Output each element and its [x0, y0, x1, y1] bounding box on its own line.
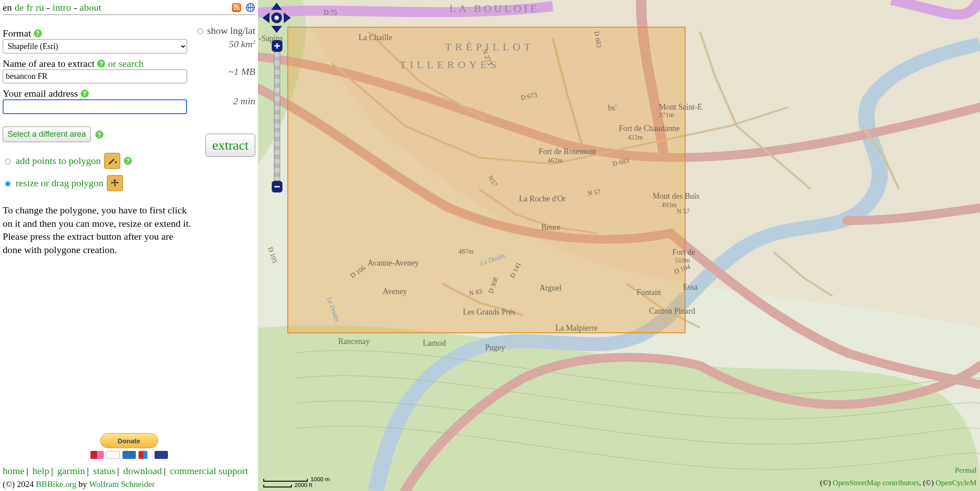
help-icon[interactable]: ? — [95, 131, 103, 139]
area-label: Name of area to extract — [3, 58, 94, 70]
zoom-slider[interactable] — [274, 52, 280, 181]
garmin-link[interactable]: garmin — [57, 465, 85, 476]
lang-de-link[interactable]: de — [15, 2, 24, 13]
place-label: LA BOULOIE — [449, 3, 539, 15]
copyright: (©) 2024 BBBike.org by Wolfram Schneider — [3, 477, 255, 489]
permalink-link[interactable]: Permal — [955, 466, 976, 475]
home-link[interactable]: home — [3, 465, 24, 476]
svg-point-4 — [274, 16, 279, 20]
place-label: Canton Pinard — [649, 307, 695, 316]
scalebar: 1000 m 2000 ft — [263, 476, 330, 488]
bbbike-link[interactable]: BBBike.org — [36, 479, 77, 489]
map-background — [258, 0, 980, 491]
time-estimate: 2 min — [193, 95, 255, 107]
status-link[interactable]: status — [93, 465, 115, 476]
pan-control[interactable] — [262, 3, 291, 43]
place-label: TRÉPILLOT — [445, 41, 534, 53]
zoom-in-button[interactable] — [272, 40, 282, 52]
download-link[interactable]: download — [123, 465, 162, 476]
help-icon[interactable]: ? — [124, 157, 132, 165]
place-label: Essa — [683, 282, 698, 292]
add-points-link[interactable]: add points to polygon — [16, 155, 101, 167]
elev-label: 487m — [458, 248, 474, 255]
author-link[interactable]: Wolfram Schneider — [89, 479, 155, 489]
place-label: La Chaille — [359, 33, 392, 42]
place-label: Fort de — [672, 248, 695, 257]
size-estimate: ~1 MB — [193, 66, 255, 78]
help-icon[interactable]: ? — [97, 60, 105, 68]
help-link[interactable]: help — [33, 465, 49, 476]
place-label: Beure — [541, 223, 560, 232]
or-search-link[interactable]: or search — [108, 58, 143, 70]
footer-links: home| help| garmin| status| download| co… — [3, 462, 255, 477]
giropay-icon — [139, 451, 152, 459]
map-attribution: (©) OpenStreetMap contributors, (©) Open… — [820, 479, 976, 487]
show-lnglat-radio[interactable] — [197, 29, 203, 34]
pan-up-icon — [271, 3, 282, 10]
zoom-out-button[interactable] — [272, 181, 282, 192]
sep: - — [47, 2, 50, 13]
place-label: Les Grands Prés — [463, 307, 515, 317]
place-label: Fort de Chaudanne — [619, 124, 680, 133]
globe-icon[interactable] — [245, 3, 255, 12]
area-km: 50 km — [229, 38, 253, 49]
place-label: Fort de Rosemont — [539, 147, 596, 156]
show-lnglat-label: show lng/lat — [207, 25, 255, 37]
place-label: La Roche d'Or — [519, 194, 566, 204]
elev-label: 493m — [662, 201, 677, 209]
instructions-text: To change the polygone, you have to firs… — [3, 204, 193, 257]
select-area-button[interactable]: Select a different area — [3, 127, 91, 142]
mastercard-icon — [90, 451, 104, 459]
place-label: bs' — [608, 103, 617, 113]
email-input[interactable] — [3, 99, 187, 114]
donate-area: Donate — [3, 429, 255, 462]
lang-current: en — [3, 2, 12, 13]
donate-button[interactable]: Donate — [100, 433, 158, 448]
elev-label: 462m — [547, 157, 563, 164]
sidebar: en de fr ru - intro - about Format ? Sha — [0, 0, 258, 491]
extract-button[interactable]: extract — [205, 134, 255, 157]
add-points-radio[interactable] — [5, 159, 11, 164]
place-label: Avanne-Aveney — [368, 258, 419, 268]
place-label: Pugey — [485, 343, 505, 352]
help-icon[interactable]: ? — [81, 90, 89, 98]
place-label: Rancenay — [338, 337, 370, 346]
email-label: Your email address — [3, 88, 78, 99]
place-label: Aveney — [383, 287, 407, 296]
place-label: Fontain — [637, 288, 661, 297]
place-label: Larnod — [423, 339, 446, 348]
form-area: Format ? Shapefile (Esri) Name of area t… — [3, 25, 255, 257]
pencil-plus-icon[interactable] — [104, 153, 120, 169]
pan-right-icon — [284, 12, 291, 23]
lang-switcher: en de fr ru - intro - about — [3, 2, 102, 13]
debit-icon — [155, 451, 168, 459]
resize-drag-link[interactable]: resize or drag polygon — [16, 177, 103, 189]
intro-link[interactable]: intro — [53, 2, 71, 13]
place-label: Mont Saint-E — [659, 102, 702, 112]
ocm-link[interactable]: OpenCycleM — [935, 479, 976, 487]
pan-down-icon — [271, 26, 282, 33]
lang-ru-link[interactable]: ru — [36, 2, 44, 13]
amex-icon — [122, 451, 136, 459]
elev-label: 371m — [659, 111, 674, 119]
move-arrows-icon[interactable] — [107, 175, 123, 191]
zoom-control[interactable] — [271, 40, 283, 192]
map-pane[interactable]: LA BOULOIE TRÉPILLOT TILLEROYES La Chail… — [258, 0, 980, 491]
area-input[interactable] — [3, 70, 187, 83]
rss-icon[interactable] — [232, 3, 241, 12]
place-label: Arguel — [539, 283, 562, 293]
visa-icon — [106, 451, 120, 459]
osm-link[interactable]: OpenStreetMap contributors — [833, 479, 919, 487]
help-icon[interactable]: ? — [34, 29, 42, 37]
sep: - — [74, 2, 77, 13]
resize-drag-radio[interactable] — [5, 181, 11, 187]
place-label: La Malpierre — [555, 323, 597, 333]
pan-left-icon — [262, 12, 270, 23]
format-label: Format — [3, 28, 31, 39]
about-link[interactable]: about — [80, 2, 102, 13]
stats-panel: show lng/lat 50 km2 ~1 MB 2 min extract — [193, 25, 255, 257]
lang-fr-link[interactable]: fr — [27, 2, 33, 13]
svg-point-0 — [234, 8, 236, 10]
commercial-link[interactable]: commercial support — [170, 465, 248, 476]
format-select[interactable]: Shapefile (Esri) — [3, 39, 187, 53]
